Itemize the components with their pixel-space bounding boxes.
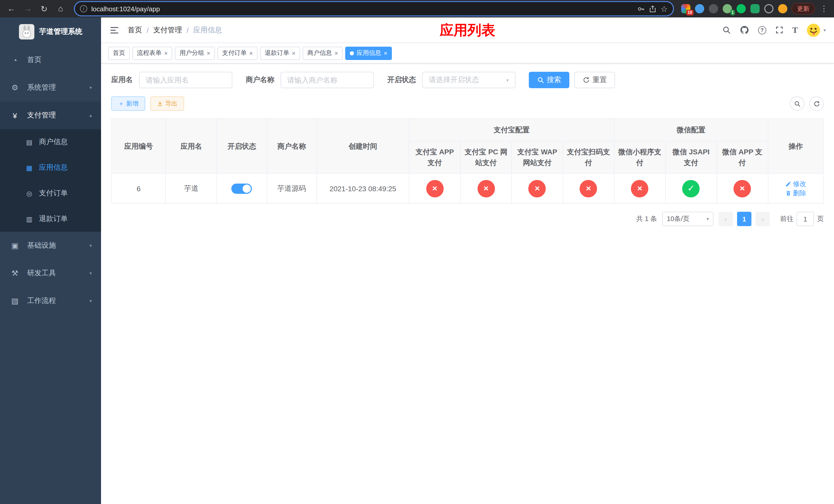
chevron-down-icon: ▾ (506, 77, 509, 83)
export-button[interactable]: 导出 (150, 96, 184, 111)
active-tab-dot (350, 51, 354, 55)
help-icon[interactable]: ? (758, 26, 766, 34)
merchant-icon: ▤ (25, 138, 34, 146)
sidebar-item-payment[interactable]: ¥ 支付管理 ▴ (0, 101, 101, 129)
bookmark-star-icon[interactable]: ☆ (660, 4, 668, 14)
refresh-icon (813, 100, 820, 107)
status-select[interactable]: 请选择开启状态 ▾ (422, 72, 515, 88)
sidebar-item-pay-order[interactable]: ◎ 支付订单 (0, 181, 101, 206)
search-icon[interactable] (722, 26, 731, 35)
avatar-extension-icon[interactable] (778, 4, 787, 13)
breadcrumb-payment[interactable]: 支付管理 (153, 25, 182, 35)
chevron-down-icon: ▾ (89, 271, 92, 276)
tab-label: 商户信息 (307, 49, 332, 58)
refund-order-icon: ▥ (25, 215, 34, 223)
cell-app-id: 6 (112, 174, 166, 203)
breadcrumb-home[interactable]: 首页 (128, 25, 142, 35)
tab-merchant-info[interactable]: 商户信息 × (303, 46, 343, 60)
col-header-app-name: 应用名 (166, 119, 217, 174)
tab-refund-order[interactable]: 退款订单 × (260, 46, 300, 60)
extension-icon[interactable]: 1 (723, 4, 732, 13)
search-button[interactable]: 搜索 (529, 72, 569, 88)
gear-icon: ⚙ (9, 83, 21, 92)
fullscreen-icon[interactable] (775, 26, 784, 35)
tab-process-form[interactable]: 流程表单 × (132, 46, 172, 60)
refresh-table-button[interactable] (809, 96, 824, 111)
user-avatar[interactable]: ▾ (807, 23, 826, 37)
extension-icon[interactable] (750, 4, 760, 13)
status-select-placeholder: 请选择开启状态 (429, 75, 479, 85)
browser-refresh-button[interactable]: ↻ (38, 3, 50, 15)
sidebar-item-home[interactable]: ◔ 首页 (0, 46, 101, 74)
extension-icon[interactable] (764, 4, 773, 13)
browser-back-button[interactable]: ← (5, 3, 18, 15)
chevron-down-icon: ▾ (824, 27, 826, 32)
page-content: 应用名 商户名称 开启状态 请选择开启状态 ▾ (101, 64, 834, 504)
close-icon[interactable]: × (249, 50, 253, 56)
col-header-wx-mini: 微信小程序支付 (614, 141, 665, 174)
page-size-select[interactable]: 10条/页 ▾ (662, 212, 714, 226)
font-size-icon[interactable]: T (792, 25, 798, 35)
extension-icon[interactable] (709, 4, 718, 13)
url-text[interactable]: localhost:1024/pay/app (91, 5, 633, 13)
close-icon[interactable]: × (334, 50, 338, 56)
sidebar-item-label: 工作流程 (27, 296, 56, 305)
payment-submenu: ▤ 商户信息 ▦ 应用信息 ◎ 支付订单 ▥ 退款订单 (0, 129, 101, 232)
share-icon[interactable] (649, 5, 656, 13)
address-bar[interactable]: i localhost:1024/pay/app ☆ (75, 2, 673, 15)
site-info-icon[interactable]: i (80, 5, 87, 12)
merchant-name-input[interactable] (281, 72, 374, 88)
sidebar-item-refund-order[interactable]: ▥ 退款订单 (0, 206, 101, 232)
close-icon[interactable]: × (292, 50, 295, 56)
next-page-button[interactable]: › (755, 212, 770, 226)
alipay-app-status-icon: × (426, 180, 443, 197)
prev-page-button[interactable]: ‹ (719, 212, 733, 226)
browser-home-button[interactable]: ⌂ (54, 3, 67, 15)
goto-label: 前往 (780, 214, 793, 224)
sidebar-item-merchant-info[interactable]: ▤ 商户信息 (0, 129, 101, 155)
sidebar-collapse-icon[interactable] (109, 25, 119, 35)
close-icon[interactable]: × (164, 50, 168, 56)
sidebar-item-infrastructure[interactable]: ▣ 基础设施 ▾ (0, 232, 101, 259)
col-header-wx-jsapi: 微信 JSAPI 支付 (665, 141, 717, 174)
tab-home[interactable]: 首页 (108, 46, 130, 60)
edit-link[interactable]: 修改 (785, 179, 806, 188)
password-key-icon[interactable] (637, 5, 644, 13)
delete-link[interactable]: 删除 (785, 188, 806, 198)
extension-icon[interactable] (695, 4, 704, 13)
page-unit-label: 页 (817, 214, 824, 224)
reset-button[interactable]: 重置 (574, 72, 615, 88)
col-header-alipay-qr: 支付宝扫码支付 (563, 141, 614, 174)
toggle-search-button[interactable] (790, 96, 804, 111)
search-icon (794, 100, 800, 107)
add-button[interactable]: ＋ 新增 (111, 96, 145, 111)
sidebar-logo-row[interactable]: 芋道管理系统 (0, 18, 101, 46)
wx-jsapi-status-icon: ✓ (682, 180, 700, 197)
cell-merchant: 芋道源码 (267, 174, 316, 203)
goto-page-input[interactable] (796, 212, 814, 226)
tab-pay-order[interactable]: 支付订单 × (218, 46, 258, 60)
close-icon[interactable]: × (384, 50, 387, 56)
sidebar-item-system[interactable]: ⚙ 系统管理 ▾ (0, 74, 101, 101)
workflow-icon: ▧ (9, 296, 21, 305)
app-name-input[interactable] (139, 72, 232, 88)
chrome-update-button[interactable]: 更新 (791, 3, 815, 14)
browser-forward-button[interactable]: → (22, 3, 34, 15)
extension-icon[interactable]: 10 (681, 4, 690, 13)
tab-user-group[interactable]: 用户分组 × (175, 46, 215, 60)
sidebar-item-app-info[interactable]: ▦ 应用信息 (0, 155, 101, 181)
current-page-button[interactable]: 1 (737, 212, 751, 226)
sidebar-item-label: 商户信息 (39, 137, 68, 147)
col-header-actions: 操作 (768, 119, 824, 174)
sidebar-item-devtools[interactable]: ⚒ 研发工具 ▾ (0, 259, 101, 287)
sidebar-item-workflow[interactable]: ▧ 工作流程 ▾ (0, 287, 101, 315)
browser-menu-icon[interactable]: ⋮ (819, 4, 829, 13)
chevron-down-icon: ▾ (89, 85, 92, 90)
status-toggle[interactable] (232, 183, 252, 193)
alipay-pc-status-icon: × (477, 180, 495, 197)
sidebar-item-label: 系统管理 (27, 83, 56, 92)
github-icon[interactable] (740, 25, 749, 35)
tab-app-info[interactable]: 应用信息 × (345, 46, 392, 60)
close-icon[interactable]: × (207, 50, 210, 56)
extension-icon[interactable] (737, 4, 746, 13)
